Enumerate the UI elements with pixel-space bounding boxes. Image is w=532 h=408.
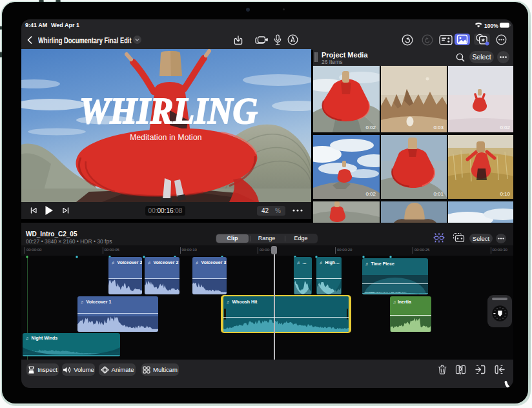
svg-text:0:02: 0:02 [365,125,376,130]
svg-text:0:02: 0:02 [365,191,376,197]
svg-text:WHIRLING: WHIRLING [79,90,258,132]
svg-text:0:02: 0:02 [500,125,510,130]
svg-text:0:10: 0:10 [500,191,510,197]
svg-text:Meditation in Motion: Meditation in Motion [130,133,201,142]
svg-text:100%: 100% [484,23,498,29]
svg-text:0:03: 0:03 [433,125,444,130]
svg-text:0:01: 0:01 [433,191,444,197]
